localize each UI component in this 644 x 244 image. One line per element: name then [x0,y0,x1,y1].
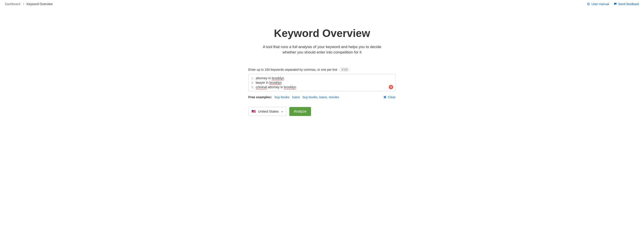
keyword-line: criminal attorney in brooklyn [251,85,393,89]
keyword-list: attorney in brooklyn lawyer in brooklyn … [251,76,393,90]
send-feedback-label: Send feedback [618,2,639,6]
chevron-down-icon [281,110,283,113]
header-bar: Dashboard Keyword Overview User manual S… [0,0,644,8]
user-manual-link[interactable]: User manual [587,2,609,6]
analyze-button[interactable]: Analyze [289,107,311,116]
keyword-line: attorney in brooklyn [251,76,393,80]
country-select[interactable]: United States [248,107,286,116]
close-icon [383,96,386,99]
book-icon [587,2,590,6]
input-label-row: Enter up to 100 keywords separated by co… [248,68,396,72]
clear-button[interactable]: Clear [383,95,396,99]
example-link[interactable]: buy books, loans, movies [302,95,339,99]
speech-bubble-icon [614,2,617,6]
send-feedback-link[interactable]: Send feedback [614,2,639,6]
breadcrumb-current: Keyword Overview [27,2,53,6]
header-links: User manual Send feedback [587,2,639,6]
keyword-count-badge: 3/100 [339,68,350,72]
example-link[interactable]: loans [292,95,300,99]
examples-row: Free examples: buy books loans buy books… [248,95,396,99]
page-title: Keyword Overview [274,27,370,40]
user-manual-label: User manual [592,2,609,6]
examples-label: Free examples: [248,95,272,99]
breadcrumb: Dashboard Keyword Overview [5,2,52,6]
input-label: Enter up to 100 keywords separated by co… [248,68,338,72]
chevron-right-icon [22,2,24,6]
keyword-textarea[interactable]: attorney in brooklyn lawyer in brooklyn … [248,74,396,92]
example-link[interactable]: buy books [275,95,290,99]
action-row: United States Analyze [248,107,396,116]
breadcrumb-root[interactable]: Dashboard [5,2,20,6]
keyword-form: Enter up to 100 keywords separated by co… [248,68,396,116]
clear-label: Clear [388,95,396,99]
page-subtitle: A tool that runs a full analysis of your… [262,44,382,55]
country-label: United States [258,110,279,114]
keyword-line: lawyer in brooklyn [251,80,393,85]
us-flag-icon [252,110,256,113]
main-content: Keyword Overview A tool that runs a full… [0,8,644,116]
